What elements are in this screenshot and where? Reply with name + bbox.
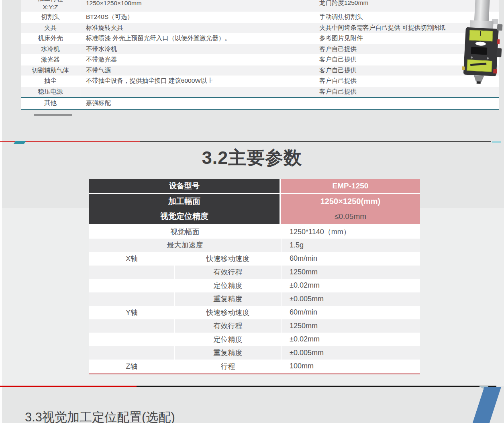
param-value: 1.5g	[282, 239, 420, 252]
spec-label: 切割头	[21, 12, 80, 22]
axis-label	[89, 346, 174, 360]
section-divider	[0, 141, 504, 142]
param-value: ±0.02mm	[282, 333, 420, 346]
spec-label: 抽尘	[21, 76, 80, 86]
param-label: 快速移动速度	[175, 252, 281, 266]
table-row: 有效行程 1250mm	[89, 266, 420, 279]
section-divider	[0, 386, 504, 387]
divider-black-segment	[137, 386, 496, 387]
table-row: 夹具 标准旋转夹具 夹具中间齿条需客户自己提供 可提供切割图纸	[21, 23, 499, 34]
table-row: 重复精度 ±0.005mm	[89, 292, 420, 306]
table-row: 激光器 不带激光器 客户自己提供	[21, 55, 499, 65]
header-values: 1250×1250(mm) ≤0.05mm	[281, 194, 420, 224]
table-row: 定位精度 ±0.02mm	[89, 279, 420, 292]
param-value: ±0.02mm	[282, 279, 420, 292]
model-label: 设备型号	[89, 179, 280, 193]
cutting-head-connector	[496, 48, 502, 57]
spec-value: 不带激光器	[80, 55, 313, 65]
param-value: 100mm	[282, 360, 420, 373]
divider-red-segment	[0, 386, 137, 387]
param-value: ±0.005mm	[282, 292, 420, 306]
model-value: EMP-1250	[281, 179, 420, 193]
axis-label	[89, 333, 174, 346]
spec-value: BT240S（可选）	[80, 12, 313, 22]
cutting-head-inset	[471, 47, 487, 55]
param-value: 1250mm	[282, 319, 420, 333]
table-row: 其他 嘉强标配	[21, 98, 499, 109]
divider-teal-segment	[492, 141, 501, 143]
divider-black-segment	[140, 141, 491, 142]
table-row: X轴 快速移动速度 60m/min	[89, 252, 420, 266]
divider-teal-parallelogram	[13, 141, 26, 144]
param-label: 有效行程	[175, 319, 281, 333]
corner-blue-wedge	[473, 387, 501, 423]
table-row: 加工行程 X:Y:Z 1250×1250×100mm 龙门跨度1250mm	[21, 0, 499, 12]
precision-value: ≤0.05mm	[281, 212, 420, 221]
spec-value: 标准旋转夹具	[80, 23, 313, 33]
param-label: 最大加速度	[89, 239, 281, 252]
axis-label	[89, 319, 174, 333]
cutting-head-red-part	[493, 69, 497, 73]
param-label: 重复精度	[175, 292, 281, 306]
axis-label	[89, 292, 174, 306]
section-32-title: 3.2主要参数	[0, 146, 504, 170]
table-row: 最大加速度 1.5g	[89, 239, 420, 252]
param-label: 定位精度	[175, 279, 281, 292]
header-labels: 加工幅面 视觉定位精度	[89, 194, 280, 224]
param-label: 快速移动速度	[175, 306, 281, 319]
cutting-head-green-label	[469, 30, 493, 41]
precision-label: 视觉定位精度	[89, 211, 280, 222]
param-value: 1250mm	[282, 266, 420, 279]
table-header-row: 设备型号 EMP-1250	[89, 179, 420, 193]
section-33-title: 3.3视觉加工定位配置(选配)	[25, 409, 175, 423]
spec-label: 机床外壳	[21, 33, 80, 44]
cutting-head-image	[460, 0, 504, 86]
param-label: 视觉幅面	[89, 225, 281, 239]
axis-label	[89, 266, 174, 279]
spec-label: 水冷机	[21, 44, 80, 55]
table-row: 稳压电源 客户自己提供	[21, 87, 499, 98]
table-row: Z轴 行程 100mm	[89, 360, 420, 373]
spec-label: 夹具	[21, 23, 80, 33]
spec-table: 加工行程 X:Y:Z 1250×1250×100mm 龙门跨度1250mm 切割…	[21, 0, 499, 110]
spec-value	[80, 87, 313, 97]
cutting-head-connector	[497, 24, 503, 31]
spec-label: 稳压电源	[21, 87, 80, 97]
axis-label	[89, 279, 174, 292]
table-row: Y轴 快速移动速度 60m/min	[89, 306, 420, 319]
table-row: 抽尘 不带抽尘设备，提供抽尘接口 建议6000W以上 客户自己提供	[21, 76, 499, 87]
footer-rule	[34, 114, 72, 116]
axis-label: Z轴	[89, 360, 174, 373]
table-row: 切割辅助气体 不带气源 客户自己提供	[21, 65, 499, 76]
area-value: 1250×1250(mm)	[281, 197, 420, 206]
table-header-row: 加工幅面 视觉定位精度 1250×1250(mm) ≤0.05mm	[89, 194, 420, 224]
parameter-table: 设备型号 EMP-1250 加工幅面 视觉定位精度 1250×1250(mm) …	[89, 179, 420, 374]
spec-value: 不带抽尘设备，提供抽尘接口 建议6000W以上	[80, 76, 313, 86]
spec-value: 1250×1250×100mm	[80, 0, 313, 12]
table-row: 重复精度 ±0.005mm	[89, 346, 420, 360]
table-row: 机床外壳 标准喷漆 外壳上预留光纤入口（以便外置激光器）。 参考图片见附件	[21, 33, 499, 44]
spec-label: 加工行程 X:Y:Z	[21, 0, 80, 12]
axis-label: Y轴	[89, 306, 174, 319]
table-row: 视觉幅面 1250*1140（mm）	[89, 225, 420, 239]
table-row: 定位精度 ±0.02mm	[89, 333, 420, 346]
table-row: 水冷机 不带水冷机 客户自己提供	[21, 44, 499, 55]
param-label: 有效行程	[175, 266, 281, 279]
axis-label: X轴	[89, 252, 174, 266]
param-value: 60m/min	[282, 252, 420, 266]
spec-value: 嘉强标配	[80, 98, 313, 108]
cutting-head-yellow-part	[462, 66, 465, 70]
param-value: ±0.005mm	[282, 346, 420, 360]
param-value: 60m/min	[282, 306, 420, 319]
spec-note: 客户自己提供	[313, 87, 499, 97]
spec-note	[313, 98, 499, 108]
param-label: 重复精度	[175, 346, 281, 360]
spec-value: 标准喷漆 外壳上预留光纤入口（以便外置激光器）。	[80, 33, 313, 44]
table-row: 有效行程 1250mm	[89, 319, 420, 333]
spec-value: 不带气源	[80, 65, 313, 76]
spec-label: 激光器	[21, 55, 80, 65]
cutting-head-nozzle-tip	[477, 81, 481, 84]
spec-label: 切割辅助气体	[21, 65, 80, 76]
cutting-head-red-part	[497, 39, 500, 44]
param-value: 1250*1140（mm）	[282, 225, 420, 239]
